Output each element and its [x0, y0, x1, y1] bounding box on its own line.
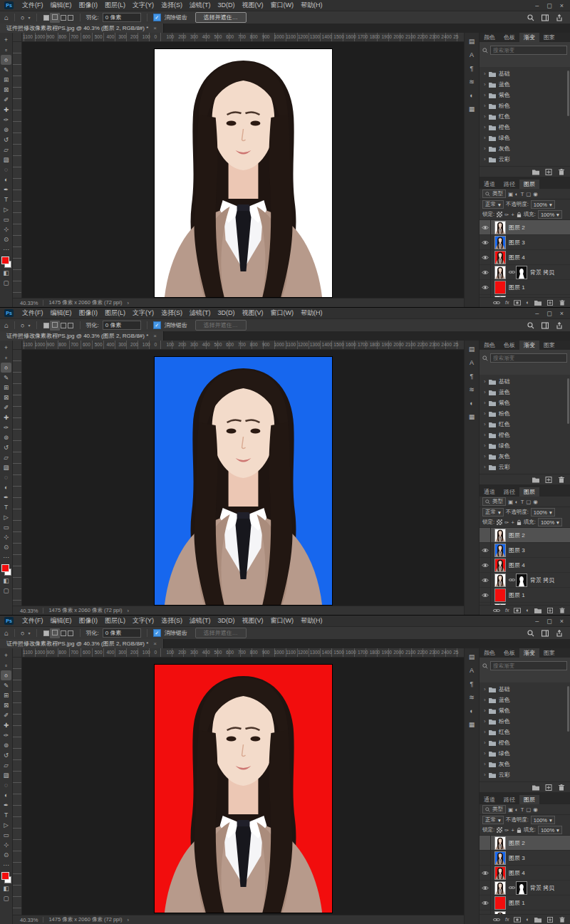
layer-thumbnail[interactable] — [495, 222, 505, 234]
layer-name[interactable]: 图层 2 — [509, 531, 525, 539]
glyphs-panel-icon[interactable]: ≋ — [469, 386, 475, 393]
properties-panel-icon[interactable]: ▤ — [469, 653, 475, 660]
layer-thumbnail[interactable] — [495, 852, 505, 864]
shape-tool-icon[interactable]: ▭ — [1, 214, 11, 224]
layer-name[interactable]: 图层 4 — [509, 869, 525, 877]
screen-mode-icon[interactable]: ▢ — [1, 586, 11, 596]
visibility-toggle[interactable] — [480, 250, 491, 264]
layer-row[interactable]: 背景 拷贝 — [480, 573, 570, 588]
gradient-group-row[interactable]: › 灰色 — [480, 451, 570, 462]
tab-close-icon[interactable]: × — [153, 25, 157, 31]
photoshop-logo-icon[interactable]: Ps — [4, 617, 14, 625]
dodge-tool-icon[interactable]: ◐ — [1, 790, 11, 800]
lock-all-icon[interactable] — [517, 827, 522, 834]
menubar-item[interactable]: 编辑(E) — [47, 308, 76, 318]
chevron-right-icon[interactable]: › — [484, 718, 486, 725]
visibility-toggle[interactable] — [480, 866, 491, 880]
zoom-level[interactable]: 40.33% — [20, 300, 38, 306]
layer-row[interactable]: 背景 拷贝 — [480, 881, 570, 896]
add-to-selection-icon[interactable] — [52, 322, 58, 328]
fill-select[interactable]: 100% ▾ — [538, 826, 562, 834]
menubar-item[interactable]: 3D(D) — [214, 0, 239, 11]
move-tool-icon[interactable]: + — [1, 343, 11, 353]
visibility-toggle[interactable] — [480, 910, 491, 914]
layer-row[interactable]: 图层 1 — [480, 588, 570, 603]
new-selection-icon[interactable] — [43, 323, 49, 328]
gradient-group-row[interactable]: › 橙色 — [480, 737, 570, 748]
visibility-toggle[interactable] — [480, 603, 491, 605]
chevron-right-icon[interactable]: › — [484, 697, 486, 703]
gradient-group-row[interactable]: › 灰色 — [480, 759, 570, 769]
blur-tool-icon[interactable]: ◌ — [1, 165, 11, 175]
visibility-toggle[interactable] — [480, 573, 491, 587]
workspace-switcher-icon[interactable] — [542, 630, 549, 637]
chevron-right-icon[interactable]: › — [484, 81, 486, 88]
gradient-group-row[interactable]: › 蓝色 — [480, 387, 570, 398]
filter-smart-object-icon[interactable]: ▢ — [526, 806, 531, 813]
lasso-tool-icon[interactable]: ○ — [1, 55, 11, 65]
chevron-right-icon[interactable]: › — [484, 772, 486, 778]
adjustments-panel-icon[interactable]: ◐ — [470, 400, 473, 407]
shape-tool-icon[interactable]: ▭ — [1, 522, 11, 532]
lock-position-icon[interactable]: + — [511, 827, 514, 834]
chevron-right-icon[interactable]: › — [484, 761, 486, 767]
delete-icon[interactable] — [558, 784, 565, 791]
quick-mask-icon[interactable]: ◧ — [1, 576, 11, 586]
layer-thumbnail[interactable] — [495, 544, 505, 556]
chevron-right-icon[interactable]: › — [484, 156, 486, 162]
glyphs-panel-icon[interactable]: ≋ — [469, 694, 475, 701]
blend-mode-select[interactable]: 正常 ▾ — [482, 508, 504, 516]
search-icon[interactable] — [527, 630, 534, 637]
canvas-area[interactable] — [22, 350, 464, 606]
gradient-group-row[interactable]: › 粉色 — [480, 716, 570, 727]
menubar-item[interactable]: 文件(F) — [19, 0, 47, 11]
gradient-tool-icon[interactable]: ▨ — [1, 770, 11, 780]
eraser-tool-icon[interactable]: ▱ — [1, 452, 11, 462]
quick-selection-tool-icon[interactable]: ✎ — [1, 65, 11, 75]
mask-link-icon[interactable] — [509, 886, 515, 890]
mask-link-icon[interactable] — [509, 578, 515, 582]
filter-smart-object-icon[interactable]: ▢ — [526, 499, 531, 505]
edit-toolbar-icon[interactable]: ⋯ — [1, 244, 11, 254]
hand-tool-icon[interactable]: ⊹ — [1, 532, 11, 542]
path-select-tool-icon[interactable]: ▷ — [1, 512, 11, 522]
gradient-group-row[interactable]: › 云彩 — [480, 154, 570, 165]
close-button[interactable]: × — [560, 2, 564, 9]
lock-transparency-icon[interactable] — [497, 519, 502, 525]
foreground-color-swatch[interactable] — [1, 872, 9, 880]
menubar-item[interactable]: 编辑(E) — [47, 616, 76, 626]
layer-thumbnail[interactable] — [495, 237, 505, 249]
history-brush-tool-icon[interactable]: ↺ — [1, 442, 11, 452]
intersect-selection-icon[interactable] — [68, 323, 73, 328]
gradient-group-row[interactable]: › 红色 — [480, 727, 570, 737]
lasso-icon[interactable]: ○ — [21, 14, 24, 21]
layer-name[interactable]: 图层 1 — [509, 284, 525, 291]
visibility-toggle[interactable] — [480, 558, 491, 572]
menubar-item[interactable]: 文字(Y) — [129, 0, 157, 11]
photoshop-logo-icon[interactable]: Ps — [4, 1, 14, 9]
adjustment-layer-icon[interactable]: ◐ — [526, 299, 529, 306]
gradient-group-row[interactable]: › 紫色 — [480, 90, 570, 100]
intersect-selection-icon[interactable] — [68, 630, 73, 636]
layer-name[interactable]: 图层 4 — [509, 561, 525, 569]
hand-tool-icon[interactable]: ⊹ — [1, 224, 11, 234]
pen-tool-icon[interactable]: ✒ — [1, 492, 11, 502]
visibility-toggle[interactable] — [480, 588, 491, 602]
new-group-icon[interactable] — [534, 300, 542, 306]
layer-name[interactable]: 背景 — [509, 914, 520, 915]
tab-color[interactable]: 颜色 — [480, 33, 499, 42]
select-and-mask-button[interactable]: 选择并遮住… — [195, 628, 247, 638]
paragraph-panel-icon[interactable]: ¶ — [470, 65, 474, 72]
workspace-switcher-icon[interactable] — [542, 14, 549, 21]
character-panel-icon[interactable]: A — [470, 667, 474, 674]
foreground-color-swatch[interactable] — [1, 564, 9, 572]
gradient-group-row[interactable]: › 粉色 — [480, 408, 570, 419]
eyedropper-tool-icon[interactable]: ✐ — [1, 403, 11, 412]
tab-swatches[interactable]: 色板 — [499, 341, 519, 350]
layer-style-icon[interactable]: fx — [505, 917, 509, 922]
fill-select[interactable]: 100% ▾ — [538, 518, 562, 526]
path-select-tool-icon[interactable]: ▷ — [1, 820, 11, 830]
add-to-selection-icon[interactable] — [52, 630, 58, 635]
document-tab[interactable]: 证件照修改像素教程PS.jpg @ 40.3% (图层 2, RGB/8#) *… — [0, 24, 164, 33]
visibility-toggle[interactable] — [480, 265, 491, 279]
